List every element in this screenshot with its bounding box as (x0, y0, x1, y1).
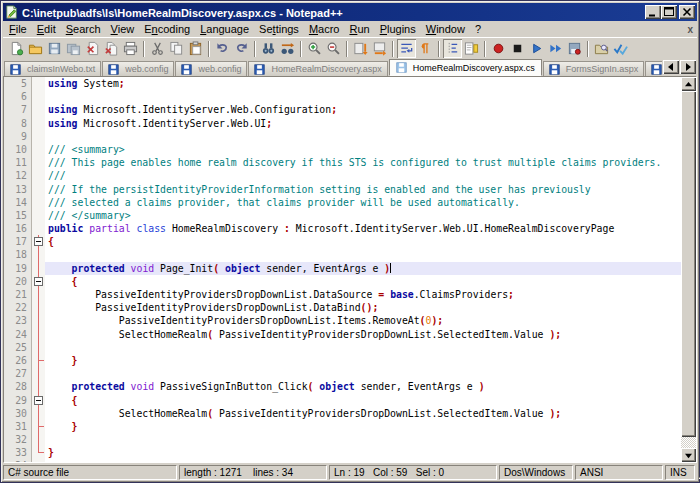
macro-multi-play-button[interactable] (546, 39, 565, 58)
save-button[interactable] (45, 39, 64, 58)
paste-button[interactable] (186, 39, 205, 58)
save-all-button[interactable] (64, 39, 83, 58)
code-line[interactable]: /// selected a claims provider, that cla… (45, 196, 681, 209)
new-file-button[interactable] (7, 39, 26, 58)
macro-stop-button[interactable] (508, 39, 527, 58)
fold-minus-box-icon[interactable] (34, 237, 43, 246)
macro-record-button[interactable] (489, 39, 508, 58)
menu-file[interactable]: File (4, 22, 32, 36)
menu-search[interactable]: Search (61, 22, 106, 36)
doc-map-button[interactable] (462, 39, 481, 58)
zoom-in-button[interactable] (305, 39, 324, 58)
code-line[interactable]: /// This page enables home realm discove… (45, 156, 681, 169)
menu-encoding[interactable]: Encoding (139, 22, 195, 36)
code-line[interactable]: { (45, 235, 681, 248)
menu-edit[interactable]: Edit (32, 22, 61, 36)
zoom-out-button[interactable] (324, 39, 343, 58)
code-line[interactable]: /// (45, 169, 681, 182)
cut-button[interactable] (148, 39, 167, 58)
code-line[interactable]: /// <summary> (45, 143, 681, 156)
editor-area[interactable]: 5678910111213141516171819202122232425262… (3, 76, 697, 463)
code-line[interactable]: SelectHomeRealm( PassiveIdentityProvider… (45, 328, 681, 341)
tab-scroll-right-button[interactable] (680, 60, 696, 74)
fold-margin[interactable] (32, 77, 45, 462)
code-line[interactable]: using Microsoft.IdentityServer.Web.Confi… (45, 103, 681, 116)
menu-settings[interactable]: Settings (254, 22, 304, 36)
code-line[interactable]: using System; (45, 77, 681, 90)
code-line[interactable]: { (45, 275, 681, 288)
code-line[interactable] (45, 433, 681, 446)
menu-macro[interactable]: Macro (304, 22, 345, 36)
code-line[interactable]: PassiveIdentityProvidersDropDownList.Dat… (45, 301, 681, 314)
scroll-down-arrow[interactable] (681, 448, 696, 462)
code-line-current[interactable]: protected void Page_Init( object sender,… (45, 262, 681, 275)
fold-collapse-marker[interactable] (32, 275, 45, 288)
code-line[interactable]: /// If the persistIdentityProviderInform… (45, 183, 681, 196)
scroll-up-arrow[interactable] (681, 77, 696, 91)
scrollbar-thumb[interactable] (681, 91, 696, 437)
fold-minus-box-icon[interactable] (34, 396, 43, 405)
code-line[interactable] (45, 130, 681, 143)
code-line[interactable] (45, 459, 681, 462)
tab-claimsinwebo-txt[interactable]: claimsInWebo.txt (4, 61, 101, 76)
fold-minus-box-icon[interactable] (34, 277, 43, 286)
open-folder-button[interactable] (26, 39, 45, 58)
print-button[interactable] (121, 39, 140, 58)
code-line[interactable]: /// </summary> (45, 209, 681, 222)
code-line[interactable]: { (45, 394, 681, 407)
copy-button[interactable] (167, 39, 186, 58)
maximize-button[interactable] (661, 5, 677, 19)
spell-check-button[interactable] (611, 39, 630, 58)
word-wrap-button[interactable] (397, 39, 416, 58)
macro-play-button[interactable] (527, 39, 546, 58)
tab-formssignin-aspx-cs[interactable]: FormsSignIn.aspx.cs (645, 61, 662, 76)
explorer-button[interactable] (592, 39, 611, 58)
code-line[interactable]: } (45, 446, 681, 459)
vertical-scrollbar[interactable] (681, 77, 696, 462)
menubar-close-icon[interactable]: x (687, 24, 693, 35)
code-line[interactable]: protected void PassiveSignInButton_Click… (45, 380, 681, 393)
menu-view[interactable]: View (106, 22, 140, 36)
sync-horizontal-button[interactable] (370, 39, 389, 58)
menu-run[interactable]: Run (344, 22, 374, 36)
code-line[interactable] (45, 248, 681, 261)
code-line[interactable] (45, 367, 681, 380)
minimize-button[interactable] (645, 5, 661, 19)
redo-button[interactable] (232, 39, 251, 58)
app-icon[interactable] (5, 5, 19, 19)
code-line[interactable]: PassiveIdentityProvidersDropDownList.Ite… (45, 314, 681, 327)
undo-button[interactable] (213, 39, 232, 58)
sync-vertical-button[interactable] (351, 39, 370, 58)
tab-formssignin-aspx[interactable]: FormsSignIn.aspx (543, 61, 645, 76)
code-line[interactable] (45, 90, 681, 103)
code-line[interactable]: using Microsoft.IdentityServer.Web.UI; (45, 117, 681, 130)
code-line[interactable]: } (45, 354, 681, 367)
tab-homerealmdiscovery-aspx[interactable]: HomeRealmDiscovery.aspx (248, 61, 387, 76)
close-file-button[interactable] (83, 39, 102, 58)
tab-web-config[interactable]: web.config (175, 61, 247, 76)
replace-button[interactable] (278, 39, 297, 58)
fold-collapse-marker[interactable] (32, 235, 45, 248)
code-line[interactable]: SelectHomeRealm( PassiveIdentityProvider… (45, 407, 681, 420)
code-text-area[interactable]: using System;using Microsoft.IdentitySer… (45, 77, 681, 462)
menu-language[interactable]: Language (195, 22, 254, 36)
tab-scroll-left-button[interactable] (663, 60, 679, 74)
sync-vertical-icon (353, 41, 368, 56)
code-line[interactable]: } (45, 420, 681, 433)
code-line[interactable]: PassiveIdentityProvidersDropDownList.Dat… (45, 288, 681, 301)
tab-scroll-buttons (662, 60, 696, 74)
code-line[interactable]: public partial class HomeRealmDiscovery … (45, 222, 681, 235)
menu-window[interactable]: Window (421, 22, 470, 36)
code-line[interactable] (45, 341, 681, 354)
macro-save-button[interactable] (565, 39, 584, 58)
menu-help[interactable]: ? (470, 22, 486, 36)
show-all-chars-button[interactable] (416, 39, 435, 58)
close-button[interactable] (679, 5, 695, 19)
indent-guide-button[interactable] (443, 39, 462, 58)
close-all-button[interactable] (102, 39, 121, 58)
menu-plugins[interactable]: Plugins (375, 22, 421, 36)
find-button[interactable] (259, 39, 278, 58)
fold-collapse-marker[interactable] (32, 394, 45, 407)
tab-web-config[interactable]: web.config (102, 61, 174, 76)
tab-homerealmdiscovery-aspx-cs[interactable]: HomeRealmDiscovery.aspx.cs (389, 59, 542, 76)
